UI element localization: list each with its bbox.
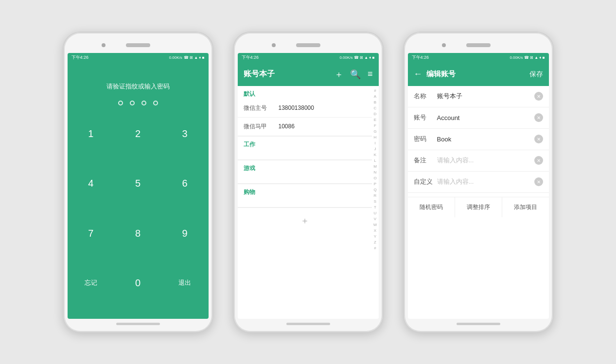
alpha-l[interactable]: L — [374, 158, 376, 164]
alpha-b[interactable]: B — [374, 100, 376, 105]
alpha-v[interactable]: V — [374, 216, 376, 222]
group-label-default: 默认 — [238, 86, 372, 99]
alpha-q[interactable]: Q — [373, 187, 376, 193]
numpad-forget[interactable]: 忘记 — [68, 269, 115, 297]
alpha-w[interactable]: W — [373, 222, 377, 228]
lock-dots — [118, 101, 158, 105]
list-section-work: 工作 — [238, 137, 372, 160]
clear-name[interactable]: ✕ — [534, 92, 543, 101]
lock-dot-2 — [130, 101, 135, 105]
list-add-button[interactable]: ＋ — [238, 208, 372, 233]
item-name-wechat-main: 微信主号 — [244, 104, 273, 112]
numpad-8[interactable]: 8 — [114, 219, 161, 247]
search-icon[interactable]: 🔍 — [350, 69, 361, 80]
save-button[interactable]: 保存 — [529, 70, 543, 79]
alpha-i[interactable]: I — [374, 140, 375, 146]
alpha-a[interactable]: A — [374, 94, 376, 100]
alpha-s[interactable]: S — [374, 199, 376, 205]
clear-remark[interactable]: ✕ — [534, 156, 543, 165]
group-label-shopping: 购物 — [238, 184, 372, 197]
lock-prompt: 请验证指纹或输入密码 — [106, 82, 170, 91]
edit-body: 名称 账号本子 ✕ 账号 Account ✕ 密码 Book ✕ — [408, 86, 549, 319]
status-time-3: 下午4:26 — [412, 54, 429, 61]
value-account[interactable]: Account — [437, 114, 534, 121]
field-remark: 备注 请输入内容... ✕ — [408, 150, 549, 172]
alpha-y[interactable]: Y — [374, 234, 376, 240]
list-item-wechat-main[interactable]: 微信主号 13800138000 — [238, 99, 372, 118]
item-name-wechat-sub: 微信马甲 — [244, 122, 273, 131]
alpha-e[interactable]: E — [374, 117, 376, 123]
label-custom: 自定义 — [414, 177, 433, 186]
status-bar-1: 下午4:26 0.00K/s ☎ ⊠ ▲ ♦ ■ — [68, 53, 209, 63]
alpha-c[interactable]: C — [374, 105, 377, 111]
list-section-game: 游戏 — [238, 160, 372, 184]
random-password-button[interactable]: 随机密码 — [408, 197, 455, 217]
label-account: 账号 — [414, 113, 433, 122]
status-signal-3: 0.00K/s ☎ ⊠ ▲ ♦ ■ — [510, 55, 545, 60]
status-icons-1: 0.00K/s ☎ ⊠ ▲ ♦ ■ — [169, 55, 205, 60]
list-item-wechat-sub[interactable]: 微信马甲 10086 — [238, 118, 372, 136]
screen-1: 下午4:26 0.00K/s ☎ ⊠ ▲ ♦ ■ 请验证指纹或输入密码 1 2 … — [68, 53, 209, 319]
numpad-1[interactable]: 1 — [68, 120, 115, 148]
phone-3: 下午4:26 0.00K/s ☎ ⊠ ▲ ♦ ■ ← 编辑账号 保存 名称 账号… — [403, 32, 554, 333]
item-num-wechat-main: 13800138000 — [279, 104, 314, 111]
edit-actions: 随机密码 调整排序 添加项目 — [408, 197, 549, 217]
speaker-3 — [466, 43, 491, 47]
add-item-button[interactable]: 添加项目 — [502, 197, 549, 217]
alpha-g[interactable]: G — [373, 129, 376, 135]
status-icons-2: 0.00K/s ☎ ⊠ ▲ ♦ ■ — [339, 55, 374, 60]
numpad-9[interactable]: 9 — [161, 219, 209, 247]
alpha-x[interactable]: X — [374, 228, 376, 234]
alpha-hash-bottom: # — [374, 245, 376, 251]
shopping-empty — [238, 197, 372, 208]
screen-2: 下午4:26 0.00K/s ☎ ⊠ ▲ ♦ ■ 账号本子 ＋ 🔍 ≡ 默认 — [238, 53, 379, 319]
value-name[interactable]: 账号本子 — [437, 92, 534, 101]
clear-password[interactable]: ✕ — [534, 135, 543, 143]
alpha-u[interactable]: U — [374, 210, 377, 216]
alpha-t[interactable]: T — [374, 205, 376, 210]
alpha-m[interactable]: M — [373, 164, 377, 170]
list-header: 账号本子 ＋ 🔍 ≡ — [238, 63, 379, 86]
numpad-6[interactable]: 6 — [161, 170, 209, 198]
alpha-o[interactable]: O — [373, 175, 376, 181]
alpha-n[interactable]: N — [374, 170, 377, 175]
alpha-r[interactable]: R — [374, 193, 377, 199]
numpad-4[interactable]: 4 — [68, 170, 115, 198]
back-button[interactable]: ← — [414, 69, 422, 79]
group-label-game: 游戏 — [238, 160, 372, 173]
numpad-2[interactable]: 2 — [114, 120, 161, 148]
status-time-1: 下午4:26 — [71, 54, 89, 61]
value-password[interactable]: Book — [437, 136, 534, 143]
alpha-p[interactable]: P — [374, 181, 376, 187]
field-account: 账号 Account ✕ — [408, 107, 549, 129]
numpad-0[interactable]: 0 — [114, 269, 161, 297]
alpha-z[interactable]: Z — [374, 240, 376, 245]
edit-header: ← 编辑账号 保存 — [408, 63, 549, 86]
alpha-h[interactable]: H — [374, 135, 377, 140]
add-icon[interactable]: ＋ — [334, 69, 343, 80]
field-custom: 自定义 请输入内容... ✕ — [408, 172, 549, 193]
alpha-f[interactable]: F — [374, 123, 376, 129]
alpha-k[interactable]: K — [374, 152, 376, 158]
numpad-3[interactable]: 3 — [161, 120, 209, 148]
adjust-order-button[interactable]: 调整排序 — [455, 197, 502, 217]
phone-top-1 — [68, 38, 209, 52]
alpha-d[interactable]: D — [374, 111, 377, 117]
value-remark[interactable]: 请输入内容... — [437, 156, 534, 165]
edit-screen: ← 编辑账号 保存 名称 账号本子 ✕ 账号 Account ✕ — [408, 63, 549, 319]
screen-3: 下午4:26 0.00K/s ☎ ⊠ ▲ ♦ ■ ← 编辑账号 保存 名称 账号… — [408, 53, 549, 319]
field-name: 名称 账号本子 ✕ — [408, 86, 549, 107]
camera-1 — [102, 43, 106, 47]
speaker-1 — [126, 43, 150, 47]
numpad-exit[interactable]: 退出 — [161, 269, 209, 297]
list-section-shopping: 购物 — [238, 184, 372, 208]
clear-custom[interactable]: ✕ — [534, 177, 543, 186]
numpad-7[interactable]: 7 — [68, 219, 115, 247]
value-custom[interactable]: 请输入内容... — [437, 177, 534, 186]
alpha-j[interactable]: J — [374, 146, 376, 152]
numpad-5[interactable]: 5 — [114, 170, 161, 198]
label-password: 密码 — [414, 135, 433, 143]
speaker-2 — [296, 43, 320, 47]
menu-icon[interactable]: ≡ — [368, 69, 373, 79]
clear-account[interactable]: ✕ — [534, 113, 543, 122]
